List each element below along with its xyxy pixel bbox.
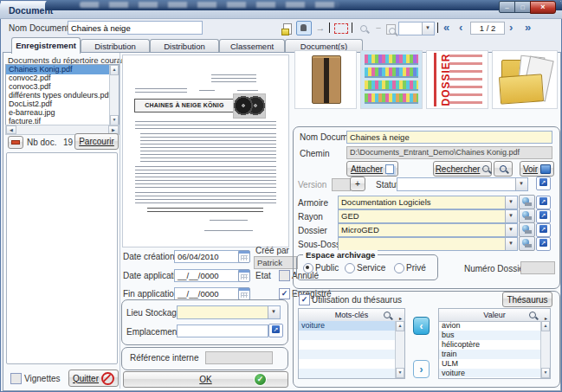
tile-sous-dossier[interactable] — [492, 50, 558, 109]
scroll-up-icon[interactable]: ▲ — [396, 321, 404, 331]
chevron-down-icon — [422, 22, 434, 35]
document-preview[interactable]: CHAINES À NEIGE KÖNIG — [122, 55, 289, 247]
sous-dossier-lookup-button[interactable] — [519, 236, 535, 251]
forward-arrow-icon[interactable]: → — [313, 21, 328, 35]
fin-application-input[interactable]: __/__/0000 — [174, 287, 240, 300]
armoire-lookup-button[interactable] — [519, 195, 535, 209]
armoire-dropdown[interactable]: Documentation Logiciels — [338, 196, 518, 209]
tab-classement[interactable]: Classement — [219, 39, 285, 53]
search-icon[interactable] — [529, 312, 536, 318]
tab-distribution-interne[interactable]: Distribution interne — [81, 39, 150, 53]
quitter-button[interactable]: Quitter — [68, 370, 119, 387]
scroll-up-icon[interactable]: ▲ — [541, 321, 550, 331]
maximize-button[interactable]: □ — [514, 1, 531, 13]
valeur-scrollbar[interactable]: ▲ ▼ — [540, 321, 550, 378]
tile-armoire[interactable] — [294, 50, 357, 109]
dossier-dropdown[interactable]: MicroGED — [338, 223, 518, 237]
thesaurus-button[interactable]: Thésaurus — [502, 292, 552, 307]
rayon-edit-button[interactable] — [536, 209, 551, 223]
annule-checkbox[interactable] — [279, 270, 290, 281]
letter-paragraph — [135, 121, 276, 130]
zoom-level-dropdown[interactable] — [398, 22, 435, 35]
rechercher-button[interactable]: Rechercher — [433, 161, 492, 177]
radio-prive[interactable] — [394, 263, 404, 273]
thesaurus-use-checkbox[interactable]: ✓ — [299, 294, 310, 305]
sous-dossier-dropdown[interactable] — [338, 237, 518, 251]
annotate-icon[interactable] — [280, 22, 295, 36]
file-list[interactable]: Chaines Konig.pdf convoc2.pdf convoc3.pd… — [5, 64, 120, 126]
calendar-icon[interactable] — [238, 287, 250, 300]
archive-nom-document-field[interactable]: Chaines à neige — [346, 131, 552, 144]
voir-button[interactable]: Voir — [520, 161, 554, 177]
cree-par-field: Patrick — [254, 256, 298, 269]
statut-dropdown[interactable] — [397, 177, 528, 191]
vignettes-checkbox[interactable] — [10, 373, 22, 384]
arrow-left-icon: ‹ — [420, 320, 423, 332]
dossier-edit-button[interactable] — [536, 223, 551, 237]
dossier-label: Dossier — [298, 226, 327, 235]
add-version-button[interactable]: + — [350, 177, 365, 191]
previous-page-button[interactable]: ‹ — [459, 22, 462, 34]
transfer-right-button[interactable]: › — [413, 360, 430, 378]
value-row[interactable]: avion — [439, 321, 540, 331]
mots-cles-scrollbar[interactable]: ▲ ▼ — [395, 321, 404, 378]
pan-tool-icon[interactable] — [296, 21, 312, 35]
mots-cles-table[interactable]: Mots-clés ▸ voiture ▲ ▼ — [298, 308, 405, 379]
date-creation-input[interactable]: 06/04/2010 — [174, 250, 240, 263]
radio-service[interactable] — [345, 263, 355, 273]
tile-dossier[interactable]: DOSSIER — [426, 50, 488, 109]
value-row[interactable]: voiture — [439, 369, 540, 377]
close-button[interactable]: × — [530, 1, 556, 14]
scroll-up-icon[interactable]: ▲ — [110, 65, 119, 75]
file-list-scrollbar[interactable]: ▲ ▼ — [109, 65, 119, 125]
letter-ref-line — [199, 90, 215, 93]
tile-rayon[interactable] — [360, 50, 423, 109]
dossier-lookup-button[interactable] — [519, 222, 535, 237]
ok-button[interactable]: OK ✓ — [123, 371, 288, 388]
scroll-down-icon[interactable]: ▼ — [541, 368, 550, 378]
armoire-edit-button[interactable] — [536, 196, 551, 209]
minimize-button[interactable]: – — [499, 1, 515, 13]
tab-distribution-externe[interactable]: Distribution externe — [150, 39, 219, 53]
column-header-label: Mots-clés — [335, 311, 369, 319]
thumbnail-panel — [6, 152, 118, 364]
attacher-button[interactable]: Attacher — [346, 161, 398, 177]
value-row[interactable]: hélicoptère — [439, 340, 540, 350]
arrow-glyph: → — [316, 22, 326, 33]
keyword-row[interactable]: voiture — [299, 321, 395, 331]
calendar-icon[interactable] — [238, 250, 250, 263]
lieu-stockage-dropdown[interactable] — [177, 305, 281, 319]
value-row[interactable]: train — [439, 350, 540, 359]
last-page-button[interactable]: » — [525, 22, 531, 34]
first-page-button[interactable]: « — [443, 22, 449, 34]
emplacement-input[interactable] — [177, 325, 268, 337]
date-application-input[interactable]: __/__/0000 — [174, 269, 240, 282]
scroll-down-icon[interactable]: ▼ — [396, 368, 404, 378]
sous-dossier-edit-button[interactable] — [536, 237, 551, 251]
nom-document-input[interactable] — [68, 21, 203, 35]
next-page-button[interactable]: › — [509, 22, 513, 34]
tab-enregistrement[interactable]: Enregistrement — [11, 37, 81, 54]
valeur-header[interactable]: Valeur ▸ — [439, 309, 550, 322]
rayon-lookup-button[interactable] — [519, 209, 535, 223]
value-row[interactable]: bus — [439, 331, 540, 340]
mots-cles-header[interactable]: Mots-clés ▸ — [299, 309, 404, 322]
remove-doc-button[interactable] — [8, 136, 23, 149]
rayon-dropdown[interactable]: GED — [338, 209, 518, 223]
statut-edit-button[interactable] — [536, 177, 551, 190]
search-advanced-button[interactable] — [494, 161, 513, 177]
parcourir-button[interactable]: Parcourir — [74, 133, 119, 150]
valeur-table[interactable]: Valeur ▸ avion bus hélicoptère train ULM… — [438, 308, 551, 379]
zoom-fit-icon[interactable] — [383, 22, 398, 36]
value-row[interactable]: ULM — [439, 359, 540, 369]
scroll-left-icon[interactable]: ◀ — [6, 125, 16, 134]
radio-public[interactable] — [303, 263, 313, 273]
zone-select-icon[interactable] — [334, 23, 348, 34]
calendar-icon[interactable] — [238, 269, 250, 282]
thesaurus-use-label: Utilisation du thésaurus — [312, 295, 402, 305]
enregistre-checkbox[interactable]: ✓ — [279, 288, 290, 299]
emplacement-edit-button[interactable] — [268, 324, 283, 337]
chevron-down-icon — [505, 224, 517, 236]
transfer-left-button[interactable]: ‹ — [413, 317, 430, 335]
search-icon[interactable] — [384, 312, 391, 318]
